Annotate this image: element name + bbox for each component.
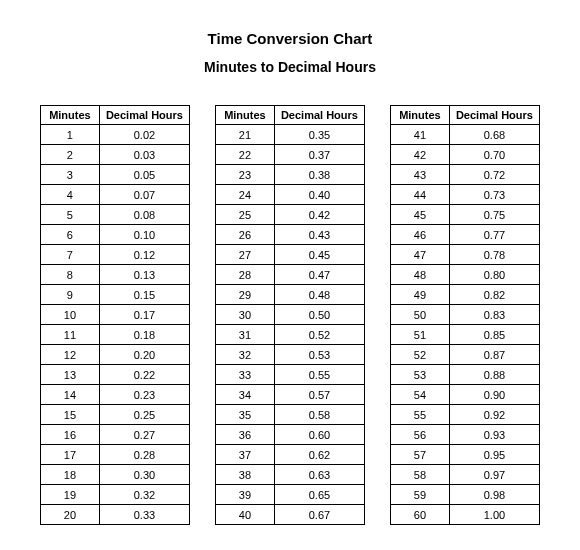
tables-container: MinutesDecimal Hours10.0220.0330.0540.07… bbox=[40, 105, 540, 525]
cell-decimal: 0.65 bbox=[274, 485, 364, 505]
header-minutes: Minutes bbox=[41, 106, 100, 125]
table-row: 520.87 bbox=[391, 345, 540, 365]
cell-minutes: 28 bbox=[216, 265, 275, 285]
table-row: 160.27 bbox=[41, 425, 190, 445]
cell-decimal: 0.62 bbox=[274, 445, 364, 465]
cell-minutes: 48 bbox=[391, 265, 450, 285]
table-row: 470.78 bbox=[391, 245, 540, 265]
table-row: 110.18 bbox=[41, 325, 190, 345]
cell-decimal: 0.20 bbox=[99, 345, 189, 365]
table-row: 350.58 bbox=[216, 405, 365, 425]
conversion-table: MinutesDecimal Hours10.0220.0330.0540.07… bbox=[40, 105, 190, 525]
table-row: 10.02 bbox=[41, 125, 190, 145]
table-row: 320.53 bbox=[216, 345, 365, 365]
table-row: 200.33 bbox=[41, 505, 190, 525]
cell-minutes: 54 bbox=[391, 385, 450, 405]
cell-decimal: 0.77 bbox=[449, 225, 539, 245]
page-subtitle: Minutes to Decimal Hours bbox=[40, 59, 540, 75]
table-row: 550.92 bbox=[391, 405, 540, 425]
cell-minutes: 19 bbox=[41, 485, 100, 505]
table-row: 510.85 bbox=[391, 325, 540, 345]
table-row: 360.60 bbox=[216, 425, 365, 445]
cell-minutes: 5 bbox=[41, 205, 100, 225]
cell-decimal: 0.48 bbox=[274, 285, 364, 305]
cell-decimal: 0.73 bbox=[449, 185, 539, 205]
page-title: Time Conversion Chart bbox=[40, 30, 540, 47]
cell-minutes: 7 bbox=[41, 245, 100, 265]
cell-decimal: 0.93 bbox=[449, 425, 539, 445]
cell-decimal: 0.45 bbox=[274, 245, 364, 265]
header-minutes: Minutes bbox=[391, 106, 450, 125]
table-row: 230.38 bbox=[216, 165, 365, 185]
cell-minutes: 4 bbox=[41, 185, 100, 205]
cell-decimal: 0.37 bbox=[274, 145, 364, 165]
cell-decimal: 0.12 bbox=[99, 245, 189, 265]
cell-decimal: 0.75 bbox=[449, 205, 539, 225]
table-row: 190.32 bbox=[41, 485, 190, 505]
cell-minutes: 14 bbox=[41, 385, 100, 405]
table-row: 250.42 bbox=[216, 205, 365, 225]
cell-decimal: 0.98 bbox=[449, 485, 539, 505]
cell-decimal: 0.70 bbox=[449, 145, 539, 165]
cell-decimal: 0.63 bbox=[274, 465, 364, 485]
table-row: 260.43 bbox=[216, 225, 365, 245]
cell-minutes: 36 bbox=[216, 425, 275, 445]
cell-decimal: 0.87 bbox=[449, 345, 539, 365]
cell-decimal: 0.55 bbox=[274, 365, 364, 385]
table-row: 220.37 bbox=[216, 145, 365, 165]
conversion-table: MinutesDecimal Hours410.68420.70430.7244… bbox=[390, 105, 540, 525]
table-row: 120.20 bbox=[41, 345, 190, 365]
table-row: 150.25 bbox=[41, 405, 190, 425]
cell-minutes: 21 bbox=[216, 125, 275, 145]
cell-minutes: 24 bbox=[216, 185, 275, 205]
table-row: 540.90 bbox=[391, 385, 540, 405]
table-row: 440.73 bbox=[391, 185, 540, 205]
cell-decimal: 0.03 bbox=[99, 145, 189, 165]
table-row: 380.63 bbox=[216, 465, 365, 485]
cell-decimal: 0.92 bbox=[449, 405, 539, 425]
cell-decimal: 0.97 bbox=[449, 465, 539, 485]
cell-decimal: 0.02 bbox=[99, 125, 189, 145]
table-row: 240.40 bbox=[216, 185, 365, 205]
cell-decimal: 0.72 bbox=[449, 165, 539, 185]
table-row: 570.95 bbox=[391, 445, 540, 465]
cell-decimal: 0.07 bbox=[99, 185, 189, 205]
cell-decimal: 0.22 bbox=[99, 365, 189, 385]
table-row: 480.80 bbox=[391, 265, 540, 285]
cell-decimal: 0.90 bbox=[449, 385, 539, 405]
table-row: 430.72 bbox=[391, 165, 540, 185]
cell-minutes: 47 bbox=[391, 245, 450, 265]
cell-minutes: 57 bbox=[391, 445, 450, 465]
table-row: 310.52 bbox=[216, 325, 365, 345]
cell-minutes: 2 bbox=[41, 145, 100, 165]
cell-minutes: 18 bbox=[41, 465, 100, 485]
cell-decimal: 0.40 bbox=[274, 185, 364, 205]
cell-minutes: 12 bbox=[41, 345, 100, 365]
cell-decimal: 0.58 bbox=[274, 405, 364, 425]
cell-minutes: 20 bbox=[41, 505, 100, 525]
cell-decimal: 0.60 bbox=[274, 425, 364, 445]
header-decimal: Decimal Hours bbox=[449, 106, 539, 125]
cell-minutes: 50 bbox=[391, 305, 450, 325]
cell-minutes: 22 bbox=[216, 145, 275, 165]
table-row: 280.47 bbox=[216, 265, 365, 285]
cell-minutes: 55 bbox=[391, 405, 450, 425]
table-row: 530.88 bbox=[391, 365, 540, 385]
cell-decimal: 0.17 bbox=[99, 305, 189, 325]
cell-minutes: 60 bbox=[391, 505, 450, 525]
cell-decimal: 0.80 bbox=[449, 265, 539, 285]
cell-minutes: 51 bbox=[391, 325, 450, 345]
cell-minutes: 52 bbox=[391, 345, 450, 365]
cell-minutes: 45 bbox=[391, 205, 450, 225]
cell-minutes: 31 bbox=[216, 325, 275, 345]
table-row: 70.12 bbox=[41, 245, 190, 265]
cell-minutes: 38 bbox=[216, 465, 275, 485]
cell-decimal: 0.28 bbox=[99, 445, 189, 465]
cell-minutes: 41 bbox=[391, 125, 450, 145]
cell-decimal: 0.85 bbox=[449, 325, 539, 345]
table-row: 130.22 bbox=[41, 365, 190, 385]
table-row: 460.77 bbox=[391, 225, 540, 245]
cell-minutes: 30 bbox=[216, 305, 275, 325]
cell-minutes: 9 bbox=[41, 285, 100, 305]
table-row: 40.07 bbox=[41, 185, 190, 205]
